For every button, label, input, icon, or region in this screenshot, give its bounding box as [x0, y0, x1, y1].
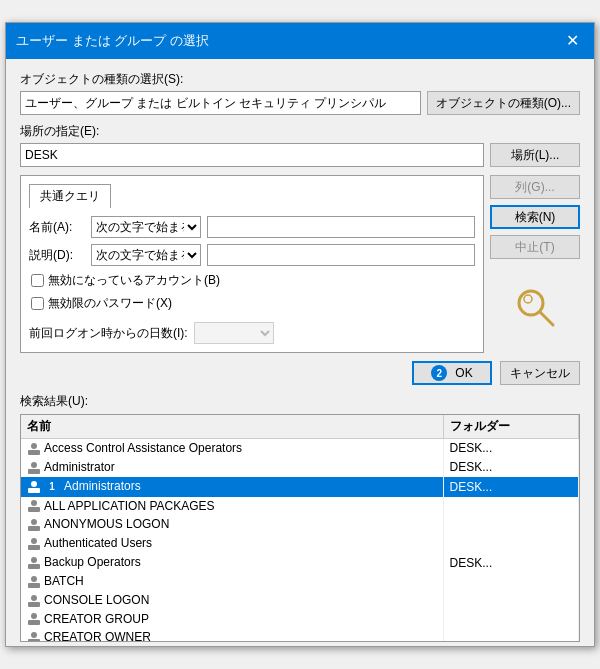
- search-button[interactable]: 検索(N): [490, 205, 580, 229]
- common-query-tab[interactable]: 共通クエリ: [29, 184, 111, 208]
- results-label: 検索結果(U):: [20, 393, 580, 410]
- location-row: 場所(L)...: [20, 143, 580, 167]
- table-row[interactable]: CREATOR OWNER: [21, 628, 579, 642]
- svg-point-18: [31, 576, 37, 582]
- stop-button[interactable]: 中止(T): [490, 235, 580, 259]
- row-name-text: CREATOR GROUP: [44, 612, 149, 626]
- cell-name: ANONYMOUS LOGON: [21, 515, 443, 534]
- col-name-header: 名前: [21, 415, 443, 439]
- object-type-row: オブジェクトの種類(O)...: [20, 91, 580, 115]
- no-expire-password-checkbox[interactable]: [31, 297, 44, 310]
- row-name-text: ALL APPLICATION PACKAGES: [44, 499, 215, 513]
- disabled-account-checkbox[interactable]: [31, 274, 44, 287]
- svg-point-12: [31, 519, 37, 525]
- results-table: 名前 フォルダー Access Control Assistance Opera…: [21, 415, 579, 642]
- svg-point-6: [31, 462, 37, 468]
- object-type-section: オブジェクトの種類の選択(S): オブジェクトの種類(O)...: [20, 71, 580, 115]
- svg-rect-17: [28, 583, 40, 588]
- cancel-button[interactable]: キャンセル: [500, 361, 580, 385]
- results-tbody: Access Control Assistance OperatorsDESK.…: [21, 439, 579, 643]
- svg-point-4: [31, 443, 37, 449]
- svg-point-22: [31, 613, 37, 619]
- name-input[interactable]: [207, 216, 475, 238]
- cell-name: ALL APPLICATION PACKAGES: [21, 497, 443, 516]
- desc-input[interactable]: [207, 244, 475, 266]
- results-table-container[interactable]: 名前 フォルダー Access Control Assistance Opera…: [20, 414, 580, 642]
- svg-rect-3: [28, 450, 40, 455]
- svg-point-14: [31, 538, 37, 544]
- last-logon-select[interactable]: [194, 322, 274, 344]
- ok-button[interactable]: 2 OK: [412, 361, 492, 385]
- desc-row: 説明(D): 次の文字で始まる: [29, 244, 475, 266]
- svg-rect-19: [28, 602, 40, 607]
- row-name-text: Administrators: [64, 479, 141, 493]
- table-row[interactable]: CONSOLE LOGON: [21, 591, 579, 610]
- table-row[interactable]: AdministratorDESK...: [21, 458, 579, 477]
- cell-folder: DESK...: [443, 553, 578, 572]
- cell-folder: [443, 591, 578, 610]
- svg-rect-23: [28, 639, 40, 642]
- table-header-row: 名前 フォルダー: [21, 415, 579, 439]
- title-bar: ユーザー または グループ の選択 ✕: [6, 23, 594, 59]
- magnifier-icon: [513, 285, 557, 329]
- table-row[interactable]: Authenticated Users: [21, 534, 579, 553]
- main-area: 共通クエリ 名前(A): 次の文字で始まる 説明(D): 次の文字で始まる: [6, 175, 594, 353]
- bottom-buttons-area: 2 OK キャンセル: [6, 353, 594, 393]
- results-section: 検索結果(U): 名前 フォルダー Access Control Assista…: [6, 393, 594, 646]
- table-row[interactable]: Backup OperatorsDESK...: [21, 553, 579, 572]
- svg-rect-13: [28, 545, 40, 550]
- desc-select[interactable]: 次の文字で始まる: [91, 244, 201, 266]
- name-select[interactable]: 次の文字で始まる: [91, 216, 201, 238]
- cell-folder: [443, 572, 578, 591]
- table-row[interactable]: BATCH: [21, 572, 579, 591]
- col-folder-header: フォルダー: [443, 415, 578, 439]
- table-row[interactable]: ANONYMOUS LOGON: [21, 515, 579, 534]
- cell-folder: [443, 497, 578, 516]
- row-name-text: CREATOR OWNER: [44, 630, 151, 642]
- name-label: 名前(A):: [29, 219, 85, 236]
- cell-name: Backup Operators: [21, 553, 443, 572]
- svg-point-24: [31, 632, 37, 638]
- cell-folder: DESK...: [443, 458, 578, 477]
- location-input[interactable]: [20, 143, 484, 167]
- query-grid: 名前(A): 次の文字で始まる 説明(D): 次の文字で始まる: [29, 216, 475, 344]
- cell-name: CONSOLE LOGON: [21, 591, 443, 610]
- cell-name: Access Control Assistance Operators: [21, 439, 443, 458]
- table-row[interactable]: CREATOR GROUP: [21, 610, 579, 629]
- cell-folder: [443, 534, 578, 553]
- query-box: 共通クエリ 名前(A): 次の文字で始まる 説明(D): 次の文字で始まる: [20, 175, 484, 353]
- svg-point-2: [524, 295, 532, 303]
- ok-label: OK: [455, 366, 472, 380]
- row-name-text: Administrator: [44, 460, 115, 474]
- location-button[interactable]: 場所(L)...: [490, 143, 580, 167]
- svg-rect-11: [28, 526, 40, 531]
- svg-rect-5: [28, 469, 40, 474]
- select-user-group-dialog: ユーザー または グループ の選択 ✕ オブジェクトの種類の選択(S): オブジ…: [5, 22, 595, 647]
- object-type-label: オブジェクトの種類の選択(S):: [20, 71, 580, 88]
- table-row[interactable]: Access Control Assistance OperatorsDESK.…: [21, 439, 579, 458]
- svg-rect-7: [28, 488, 40, 493]
- close-button[interactable]: ✕: [560, 29, 584, 53]
- cell-folder: DESK...: [443, 477, 578, 497]
- check2-row: 無効限のパスワード(X): [31, 295, 475, 312]
- cell-folder: [443, 628, 578, 642]
- svg-rect-9: [28, 507, 40, 512]
- row-name-text: Backup Operators: [44, 555, 141, 569]
- last-logon-label: 前回ログオン時からの日数(I):: [29, 325, 188, 342]
- location-section: 場所の指定(E): 場所(L)...: [20, 123, 580, 167]
- row-name-text: CONSOLE LOGON: [44, 593, 149, 607]
- svg-rect-21: [28, 620, 40, 625]
- row-name-text: Access Control Assistance Operators: [44, 441, 242, 455]
- cell-name: CREATOR OWNER: [21, 628, 443, 642]
- cell-name: Administrator: [21, 458, 443, 477]
- row-badge: 1: [44, 479, 60, 495]
- table-row[interactable]: ALL APPLICATION PACKAGES: [21, 497, 579, 516]
- location-label: 場所の指定(E):: [20, 123, 580, 140]
- table-row[interactable]: 1AdministratorsDESK...: [21, 477, 579, 497]
- column-button[interactable]: 列(G)...: [490, 175, 580, 199]
- object-type-button[interactable]: オブジェクトの種類(O)...: [427, 91, 580, 115]
- cell-name: 1Administrators: [21, 477, 443, 497]
- object-type-input[interactable]: [20, 91, 421, 115]
- ok-badge: 2: [431, 365, 447, 381]
- svg-rect-15: [28, 564, 40, 569]
